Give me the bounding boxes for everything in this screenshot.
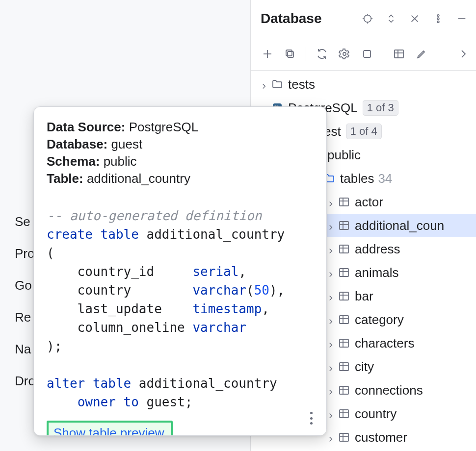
- svg-point-9: [437, 21, 439, 23]
- svg-rect-30: [340, 222, 348, 229]
- count-badge: 1 of 3: [363, 100, 398, 116]
- tree-node-icon: [271, 78, 283, 90]
- close-icon[interactable]: [407, 11, 422, 26]
- svg-rect-27: [340, 198, 348, 206]
- svg-rect-51: [340, 386, 348, 394]
- settings-gear-icon[interactable]: [337, 46, 352, 62]
- panel-title: Database: [261, 11, 351, 26]
- meta-key: Schema:: [47, 154, 100, 169]
- tree-node-label: connections: [355, 384, 423, 397]
- tree-node-label: animals: [355, 266, 399, 279]
- tree-node-label: address: [355, 243, 400, 255]
- meta-value: public: [104, 154, 137, 169]
- tree-node-icon: [338, 337, 350, 349]
- expand-arrow-icon[interactable]: [326, 221, 335, 230]
- svg-rect-17: [395, 50, 403, 58]
- svg-rect-45: [340, 339, 348, 347]
- svg-rect-54: [340, 410, 348, 418]
- tree-node-icon: [338, 314, 350, 326]
- svg-rect-14: [286, 50, 292, 56]
- add-icon[interactable]: [260, 46, 275, 62]
- tree-node-label: tables: [340, 172, 374, 185]
- tree-node-icon: [338, 290, 350, 302]
- expand-arrow-icon[interactable]: [326, 339, 335, 348]
- edit-icon[interactable]: [414, 46, 429, 62]
- item-count: 34: [378, 172, 392, 185]
- expand-arrow-icon[interactable]: [326, 245, 335, 253]
- expand-arrow-icon[interactable]: [326, 198, 335, 206]
- expand-collapse-icon[interactable]: [384, 11, 398, 26]
- svg-rect-33: [340, 245, 348, 253]
- tree-node-label: additional_coun: [355, 219, 444, 232]
- expand-arrow-icon[interactable]: [326, 409, 335, 418]
- minimize-icon[interactable]: [454, 11, 469, 26]
- meta-value: guest: [111, 137, 143, 151]
- tree-node-icon: [338, 243, 350, 255]
- meta-value: additional_country: [87, 171, 190, 186]
- svg-rect-13: [288, 51, 293, 57]
- duplicate-icon[interactable]: [282, 46, 298, 62]
- panel-header: Database: [251, 0, 476, 37]
- meta-value: PostgreSQL: [129, 120, 199, 134]
- table-view-icon[interactable]: [391, 46, 407, 62]
- tree-node-icon: [338, 431, 350, 443]
- chevron-right-icon[interactable]: [455, 46, 471, 62]
- expand-arrow-icon[interactable]: [326, 433, 335, 442]
- svg-rect-57: [340, 433, 348, 441]
- expand-arrow-icon[interactable]: [326, 292, 335, 301]
- tree-node-label: bar: [355, 290, 373, 302]
- sql-definition: -- auto-generated definition create tabl…: [47, 207, 326, 411]
- refresh-icon[interactable]: [314, 46, 330, 62]
- popup-meta: Data Source: PostgreSQL Database: guest …: [47, 119, 326, 187]
- show-table-preview-link[interactable]: Show table preview: [47, 421, 173, 436]
- meta-key: Database:: [47, 137, 107, 151]
- svg-point-15: [343, 52, 346, 55]
- svg-rect-39: [340, 292, 348, 300]
- tree-node-icon: [338, 196, 350, 208]
- expand-arrow-icon[interactable]: [326, 362, 335, 371]
- meta-key: Table:: [47, 171, 83, 186]
- tree-node-tests[interactable]: tests: [251, 73, 476, 96]
- svg-rect-42: [340, 316, 348, 324]
- svg-rect-16: [364, 50, 370, 57]
- tree-node-label: city: [355, 360, 374, 373]
- separator: [306, 47, 306, 61]
- tree-node-icon: [338, 267, 350, 278]
- expand-arrow-icon[interactable]: [326, 315, 335, 324]
- target-icon[interactable]: [360, 11, 375, 26]
- svg-rect-48: [340, 363, 348, 371]
- popup-more-icon[interactable]: [306, 412, 317, 425]
- expand-arrow-icon[interactable]: [260, 80, 268, 89]
- tree-node-label: tests: [288, 78, 315, 91]
- tree-node-icon: [338, 408, 350, 420]
- tree-node-label: country: [355, 407, 397, 420]
- count-badge: 1 of 4: [346, 124, 382, 139]
- tree-node-label: actor: [355, 196, 383, 208]
- svg-point-8: [437, 18, 439, 20]
- tree-node-label: category: [355, 313, 404, 326]
- quick-documentation-popup: Data Source: PostgreSQL Database: guest …: [33, 106, 327, 436]
- svg-point-7: [437, 14, 439, 16]
- tree-node-icon: [338, 384, 350, 396]
- svg-point-0: [364, 15, 371, 22]
- expand-arrow-icon[interactable]: [326, 386, 335, 395]
- stop-icon[interactable]: [359, 46, 375, 62]
- svg-rect-36: [340, 269, 348, 276]
- tree-node-icon: [338, 361, 350, 373]
- panel-toolbar: [251, 37, 476, 71]
- separator: [383, 47, 383, 61]
- tree-node-icon: [338, 220, 350, 231]
- meta-key: Data Source:: [47, 120, 125, 134]
- tree-node-label: public: [327, 149, 361, 161]
- tree-node-label: characters: [355, 337, 414, 350]
- expand-arrow-icon[interactable]: [326, 268, 335, 277]
- more-options-icon[interactable]: [431, 11, 446, 26]
- tree-node-label: customer: [355, 431, 407, 444]
